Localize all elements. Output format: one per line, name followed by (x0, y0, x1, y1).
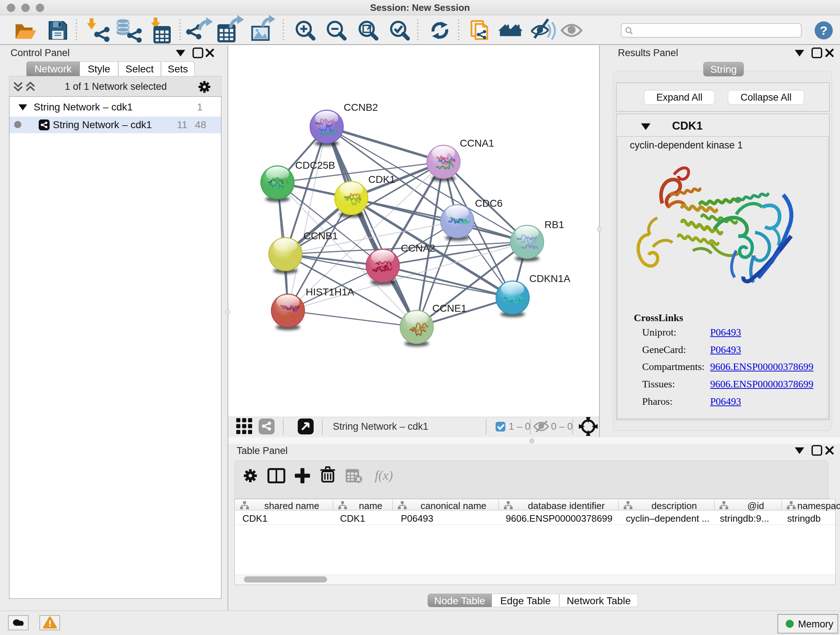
svg-text:CCNA2: CCNA2 (401, 242, 435, 254)
svg-text:CDC6: CDC6 (475, 198, 502, 209)
svg-text:CCNB2: CCNB2 (344, 102, 378, 113)
svg-text:CCNA1: CCNA1 (460, 138, 494, 149)
svg-text:CDC25B: CDC25B (295, 160, 335, 171)
svg-text:CDK1: CDK1 (368, 174, 395, 185)
svg-text:RB1: RB1 (545, 219, 564, 230)
svg-text:CCNB1: CCNB1 (303, 230, 338, 241)
svg-text:CDKN1A: CDKN1A (529, 273, 570, 284)
svg-text:HIST1H1A: HIST1H1A (306, 287, 354, 298)
svg-text:CCNE1: CCNE1 (432, 302, 467, 314)
